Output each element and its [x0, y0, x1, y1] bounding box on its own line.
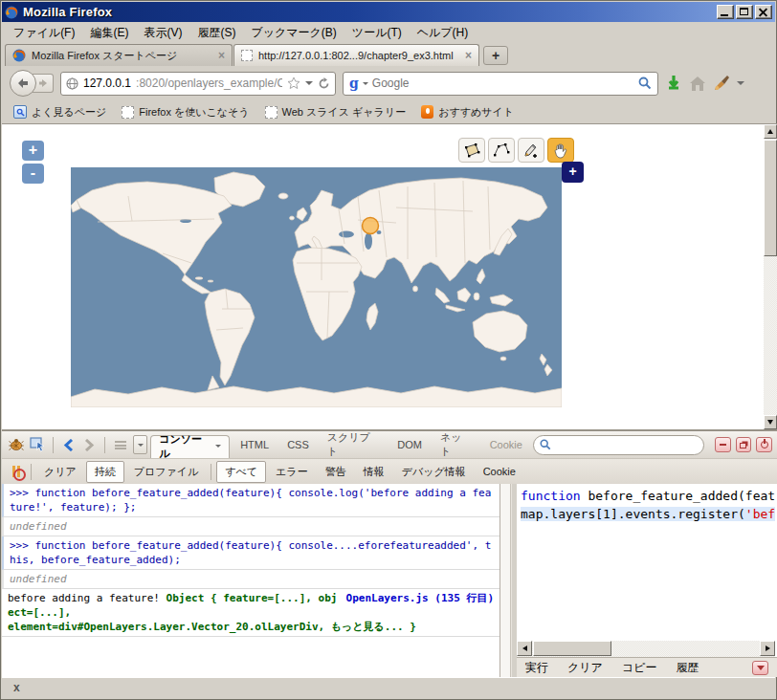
- close-button[interactable]: [755, 5, 772, 19]
- bookmark-getting-started[interactable]: Firefox を使いこなそう: [118, 103, 253, 121]
- menu-file[interactable]: ファイル(F): [6, 22, 82, 44]
- dropdown-caret-icon: [138, 444, 144, 447]
- draw-point-tool-button[interactable]: [518, 138, 544, 163]
- pan-tool-button[interactable]: [547, 138, 574, 163]
- scrollbar-thumb[interactable]: [533, 641, 611, 656]
- layer-switcher-button[interactable]: +: [562, 162, 584, 183]
- filter-warnings-button[interactable]: 警告: [318, 461, 354, 483]
- editor-horizontal-scrollbar[interactable]: [517, 641, 775, 657]
- menu-view[interactable]: 表示(V): [136, 22, 189, 44]
- command-line-buttons: 実行 クリア コピー 履歴: [517, 657, 777, 677]
- draw-line-tool-button[interactable]: [488, 138, 515, 163]
- search-bar[interactable]: g: [343, 72, 658, 96]
- console-log-row[interactable]: OpenLayers.js (135 行目) before adding a f…: [2, 589, 500, 637]
- console-profile-button[interactable]: プロファイル: [126, 461, 207, 483]
- bookmark-most-visited[interactable]: よく見るページ: [10, 103, 110, 121]
- log-source-link[interactable]: OpenLayers.js (135 行目): [346, 591, 494, 605]
- url-dropdown-icon[interactable]: [305, 81, 313, 85]
- bookmark-label: よく見るページ: [32, 105, 106, 120]
- panel-list-button[interactable]: [111, 435, 129, 454]
- maximize-button[interactable]: [736, 5, 753, 19]
- search-engine-dropdown-icon[interactable]: [363, 82, 368, 85]
- map-zoom-out-button[interactable]: -: [22, 164, 44, 184]
- statusbar-close-button[interactable]: x: [13, 681, 20, 694]
- menu-edit[interactable]: 編集(E): [82, 22, 136, 44]
- new-tab-button[interactable]: +: [483, 46, 508, 65]
- filter-debug-button[interactable]: デバッグ情報: [394, 461, 474, 483]
- firebug-search-input[interactable]: [555, 439, 699, 450]
- inspect-element-button[interactable]: [28, 435, 46, 454]
- run-button[interactable]: 実行: [525, 660, 548, 676]
- tab-cookie[interactable]: Cookie: [482, 435, 530, 455]
- firebug-detach-button[interactable]: [736, 437, 752, 452]
- tab-dom[interactable]: DOM: [389, 435, 430, 455]
- log-object-continued[interactable]: element=div#OpenLayers.Layer.Vector_20.o…: [8, 621, 416, 633]
- filter-cookie-button[interactable]: Cookie: [476, 462, 523, 481]
- tab-chapter9-ex3[interactable]: http://127.0.0.1:802...9/chapter9_ex3.ht…: [233, 44, 479, 66]
- scroll-right-button[interactable]: [760, 641, 775, 656]
- site-globe-icon: [66, 77, 78, 90]
- scroll-down-button[interactable]: [764, 415, 777, 429]
- filter-info-button[interactable]: 情報: [356, 461, 392, 483]
- page-vertical-scrollbar[interactable]: [764, 124, 777, 430]
- tab-css[interactable]: CSS: [279, 435, 317, 455]
- copy-button[interactable]: コピー: [622, 660, 657, 676]
- console-scrollbar-track[interactable]: [500, 484, 511, 677]
- bookmark-placeholder-icon: [265, 106, 278, 119]
- firebug-minimize-button[interactable]: [715, 437, 731, 452]
- bookmark-web-slice-gallery[interactable]: Web スライス ギャラリー: [261, 103, 411, 121]
- history-back-button[interactable]: [59, 435, 78, 454]
- minimize-button[interactable]: [717, 5, 734, 19]
- bookmark-suggested-sites[interactable]: おすすめサイト: [417, 103, 518, 121]
- console-command-row[interactable]: >>> function before_feature_added(featur…: [2, 536, 500, 570]
- home-button[interactable]: [689, 76, 706, 92]
- console-command-row[interactable]: >>> function before_feature_added(featur…: [2, 484, 500, 517]
- search-input[interactable]: [372, 77, 634, 90]
- menu-bookmarks[interactable]: ブックマーク(B): [243, 22, 344, 44]
- history-button[interactable]: 履歴: [676, 660, 699, 676]
- addon-paintbrush-icon[interactable]: [713, 75, 730, 92]
- menu-tools[interactable]: ツール(T): [344, 22, 410, 44]
- editor-highlighted-line[interactable]: map.layers[1].events.register('bef: [521, 507, 775, 521]
- collapse-commandline-button[interactable]: [752, 661, 768, 675]
- scroll-up-button[interactable]: [764, 124, 777, 139]
- scrollbar-thumb[interactable]: [764, 140, 777, 256]
- tab-html[interactable]: HTML: [233, 435, 277, 455]
- draw-polygon-tool-button[interactable]: [458, 138, 485, 163]
- filter-all-button[interactable]: すべて: [216, 461, 266, 483]
- downloads-button[interactable]: [665, 75, 682, 92]
- url-bar[interactable]: 127.0.0.1:8020/openlayers_example/Chapte: [60, 72, 336, 96]
- firebug-deactivate-button[interactable]: [756, 437, 772, 452]
- tab-close-button[interactable]: ×: [465, 49, 472, 62]
- firebug-search-box[interactable]: [533, 435, 705, 455]
- console-log-area[interactable]: >>> function before_feature_added(featur…: [2, 484, 500, 677]
- back-button[interactable]: [10, 70, 36, 97]
- toolbar-overflow-dropdown-icon[interactable]: [737, 81, 744, 85]
- menu-history[interactable]: 履歴(S): [189, 22, 243, 44]
- search-go-icon[interactable]: [638, 77, 652, 90]
- console-persist-button[interactable]: 持続: [86, 461, 124, 483]
- menu-help[interactable]: ヘルプ(H): [410, 22, 477, 44]
- clear-button[interactable]: クリア: [567, 660, 603, 676]
- console-clear-button[interactable]: クリア: [36, 461, 84, 483]
- bookmark-star-icon[interactable]: [287, 77, 300, 90]
- command-editor[interactable]: function before_feature_added(feat map.l…: [517, 484, 777, 640]
- tab-console[interactable]: コンソール: [150, 435, 230, 458]
- reload-icon[interactable]: [318, 77, 330, 90]
- bookmarks-toolbar: よく見るページ Firefox を使いこなそう Web スライス ギャラリー お…: [2, 100, 775, 123]
- map-zoom-in-button[interactable]: +: [22, 141, 44, 161]
- minimize-icon: [721, 14, 728, 16]
- world-map[interactable]: [71, 167, 562, 407]
- title-bar[interactable]: Mozilla Firefox: [2, 2, 775, 22]
- scroll-left-button[interactable]: [517, 641, 532, 656]
- firefox-icon: [5, 6, 18, 19]
- location-dropdown-button[interactable]: [133, 435, 148, 454]
- tab-close-button[interactable]: ×: [218, 49, 225, 62]
- tab-start-page[interactable]: Mozilla Firefox スタートページ ×: [5, 44, 233, 66]
- arrow-left-icon: [522, 645, 527, 651]
- firebug-menu-button[interactable]: [7, 435, 25, 454]
- history-forward-button[interactable]: [80, 435, 99, 454]
- map-feature-marker[interactable]: [363, 218, 379, 234]
- break-on-errors-button[interactable]: [7, 462, 26, 481]
- filter-errors-button[interactable]: エラー: [268, 461, 316, 483]
